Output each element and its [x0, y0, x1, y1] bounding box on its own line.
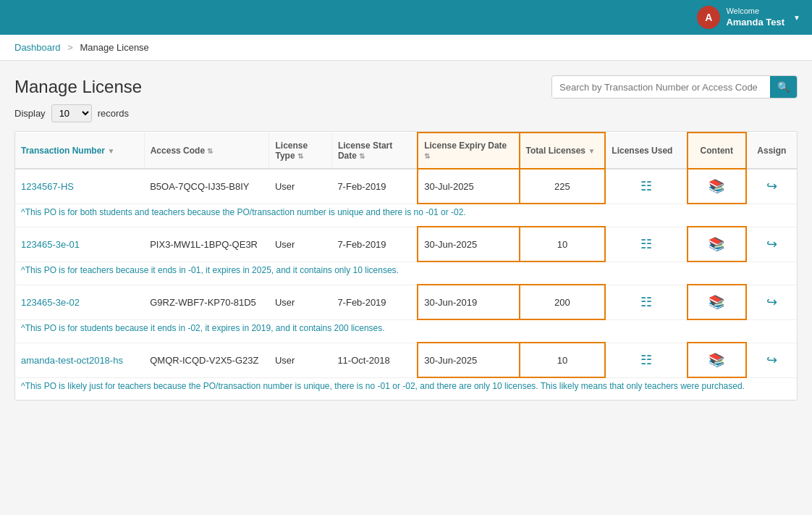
assign-button-4[interactable]: ↪	[764, 351, 780, 369]
cell-used-1: ☷	[605, 169, 687, 204]
cell-content-2: 📚	[688, 227, 746, 261]
assign-button-1[interactable]: ↪	[764, 177, 780, 196]
cell-transaction-1: 1234567-HS	[15, 169, 144, 204]
page-title: Manage License	[14, 77, 142, 97]
header: A Welcome Amanda Test ▼	[0, 0, 812, 35]
licenses-used-icon-1[interactable]: ☷	[638, 177, 655, 196]
user-dropdown-icon[interactable]: ▼	[793, 14, 800, 22]
cell-total-2: 10	[520, 227, 606, 261]
sort-icon-expiry: ⇅	[424, 152, 430, 160]
avatar: A	[697, 6, 720, 29]
cell-assign-4: ↪	[746, 343, 797, 377]
cell-type-2: User	[269, 227, 331, 261]
cell-used-3: ☷	[605, 285, 687, 319]
breadcrumb-separator: >	[67, 42, 73, 53]
search-box: 🔍	[551, 75, 798, 99]
cell-expiry-2: 30-Jun-2025	[418, 227, 519, 261]
note-text-4: ^This PO is likely just for teachers bec…	[15, 377, 797, 400]
cell-total-4: 10	[520, 343, 606, 377]
cell-transaction-3: 123465-3e-02	[15, 285, 144, 319]
transaction-link-2[interactable]: 123465-3e-01	[21, 239, 80, 250]
transaction-link-3[interactable]: 123465-3e-02	[21, 297, 80, 308]
breadcrumb-home[interactable]: Dashboard	[14, 42, 61, 53]
sort-icon-total: ▼	[588, 147, 595, 155]
table-header-row: Transaction Number ▼ Access Code ⇅ Licen…	[15, 133, 797, 169]
sort-icon-transaction: ▼	[107, 147, 114, 155]
cell-assign-2: ↪	[746, 227, 797, 261]
cell-total-3: 200	[520, 285, 606, 319]
cell-start-4: 11-Oct-2018	[331, 343, 418, 377]
user-info: Welcome Amanda Test	[726, 6, 784, 28]
th-expiry-date[interactable]: License Expiry Date ⇅	[418, 133, 519, 169]
transaction-link-4[interactable]: amanda-test-oct2018-hs	[21, 355, 123, 366]
table-row: 123465-3e-02 G9RZ-WBF7-KP70-81D5 User 7-…	[15, 285, 797, 319]
th-total-licenses[interactable]: Total Licenses ▼	[520, 133, 606, 169]
cell-transaction-4: amanda-test-oct2018-hs	[15, 343, 144, 377]
cell-expiry-3: 30-Jun-2019	[418, 285, 519, 319]
cell-expiry-4: 30-Jun-2025	[418, 343, 519, 377]
licenses-used-icon-2[interactable]: ☷	[638, 235, 655, 254]
note-row-1: ^This PO is for both students and teache…	[15, 204, 797, 227]
cell-used-4: ☷	[605, 343, 687, 377]
cell-start-1: 7-Feb-2019	[331, 169, 418, 204]
table-row: 123465-3e-01 PIX3-MW1L-1BPQ-QE3R User 7-…	[15, 227, 797, 261]
cell-type-4: User	[269, 343, 331, 377]
license-table: Transaction Number ▼ Access Code ⇅ Licen…	[15, 132, 797, 400]
display-label-after: records	[98, 108, 129, 119]
cell-access-2: PIX3-MW1L-1BPQ-QE3R	[144, 227, 269, 261]
th-start-date[interactable]: License Start Date ⇅	[331, 133, 418, 169]
content-button-4[interactable]: 📚	[706, 351, 727, 369]
note-row-4: ^This PO is likely just for teachers bec…	[15, 377, 797, 400]
cell-access-4: QMQR-ICQD-V2X5-G23Z	[144, 343, 269, 377]
licenses-used-icon-3[interactable]: ☷	[638, 293, 655, 311]
display-row: Display 10 25 50 100 records	[14, 104, 798, 122]
sort-icon-access: ⇅	[207, 147, 213, 155]
cell-access-3: G9RZ-WBF7-KP70-81D5	[144, 285, 269, 319]
cell-assign-1: ↪	[746, 169, 797, 204]
cell-start-2: 7-Feb-2019	[331, 227, 418, 261]
cell-used-2: ☷	[605, 227, 687, 261]
user-menu[interactable]: A Welcome Amanda Test ▼	[697, 6, 800, 29]
cell-content-3: 📚	[688, 285, 746, 319]
cell-start-3: 7-Feb-2019	[331, 285, 418, 319]
sort-icon-type: ⇅	[297, 152, 303, 160]
cell-type-1: User	[269, 169, 331, 204]
search-input[interactable]	[552, 77, 770, 98]
note-text-2: ^This PO is for teachers because it ends…	[15, 261, 797, 285]
note-text-1: ^This PO is for both students and teache…	[15, 204, 797, 227]
transaction-link-1[interactable]: 1234567-HS	[21, 181, 74, 192]
assign-button-2[interactable]: ↪	[764, 235, 780, 254]
licenses-used-icon-4[interactable]: ☷	[638, 351, 655, 369]
note-text-3: ^This PO is for students because it ends…	[15, 319, 797, 343]
content-button-3[interactable]: 📚	[706, 293, 727, 311]
username: Amanda Test	[726, 17, 784, 29]
note-row-3: ^This PO is for students because it ends…	[15, 319, 797, 343]
cell-transaction-2: 123465-3e-01	[15, 227, 144, 261]
content-button-2[interactable]: 📚	[706, 235, 727, 254]
cell-access-1: B5OA-7QCQ-IJ35-B8IY	[144, 169, 269, 204]
th-transaction[interactable]: Transaction Number ▼	[15, 133, 144, 169]
th-access-code[interactable]: Access Code ⇅	[144, 133, 269, 169]
cell-assign-3: ↪	[746, 285, 797, 319]
main-content: Manage License 🔍 Display 10 25 50 100 re…	[0, 61, 812, 515]
sort-icon-start: ⇅	[359, 152, 365, 160]
cell-type-3: User	[269, 285, 331, 319]
content-button-1[interactable]: 📚	[706, 177, 727, 196]
display-label-before: Display	[14, 108, 46, 119]
th-assign: Assign	[746, 133, 797, 169]
assign-button-3[interactable]: ↪	[764, 293, 780, 311]
breadcrumb: Dashboard > Manage License	[0, 35, 812, 61]
note-row-2: ^This PO is for teachers because it ends…	[15, 261, 797, 285]
table-row: 1234567-HS B5OA-7QCQ-IJ35-B8IY User 7-Fe…	[15, 169, 797, 204]
page-title-row: Manage License 🔍	[14, 75, 798, 99]
cell-content-1: 📚	[688, 169, 746, 204]
th-licenses-used: Licenses Used	[605, 133, 687, 169]
th-license-type[interactable]: License Type ⇅	[269, 133, 331, 169]
display-select[interactable]: 10 25 50 100	[51, 104, 92, 122]
th-content: Content	[688, 133, 746, 169]
search-button[interactable]: 🔍	[770, 76, 797, 98]
welcome-text: Welcome	[726, 6, 784, 16]
cell-content-4: 📚	[688, 343, 746, 377]
cell-expiry-1: 30-Jul-2025	[418, 169, 519, 204]
breadcrumb-current: Manage License	[80, 42, 148, 53]
